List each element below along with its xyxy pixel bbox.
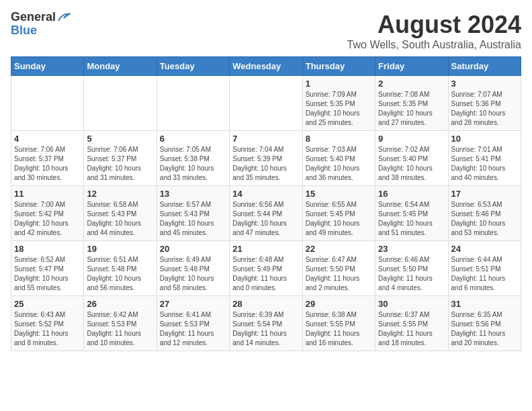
day-number: 9	[378, 134, 445, 144]
calendar-table: SundayMondayTuesdayWednesdayThursdayFrid…	[11, 56, 521, 351]
day-info: Sunrise: 6:55 AM Sunset: 5:45 PM Dayligh…	[306, 200, 372, 238]
day-number: 24	[451, 244, 518, 254]
calendar-cell: 23Sunrise: 6:46 AM Sunset: 5:50 PM Dayli…	[375, 241, 448, 296]
day-number: 15	[306, 189, 372, 199]
calendar-week-row: 18Sunrise: 6:52 AM Sunset: 5:47 PM Dayli…	[11, 241, 521, 296]
day-info: Sunrise: 6:47 AM Sunset: 5:50 PM Dayligh…	[306, 255, 372, 293]
calendar-cell: 17Sunrise: 6:53 AM Sunset: 5:46 PM Dayli…	[448, 186, 521, 241]
calendar-cell: 27Sunrise: 6:41 AM Sunset: 5:53 PM Dayli…	[157, 296, 229, 351]
calendar-cell: 21Sunrise: 6:48 AM Sunset: 5:49 PM Dayli…	[230, 241, 302, 296]
day-number: 3	[451, 79, 518, 89]
calendar-cell: 1Sunrise: 7:09 AM Sunset: 5:35 PM Daylig…	[302, 76, 375, 131]
calendar-cell: 22Sunrise: 6:47 AM Sunset: 5:50 PM Dayli…	[302, 241, 375, 296]
calendar-cell: 11Sunrise: 7:00 AM Sunset: 5:42 PM Dayli…	[11, 186, 84, 241]
day-info: Sunrise: 6:39 AM Sunset: 5:54 PM Dayligh…	[232, 310, 299, 348]
weekday-header-monday: Monday	[84, 57, 157, 76]
day-info: Sunrise: 6:52 AM Sunset: 5:47 PM Dayligh…	[14, 255, 81, 293]
calendar-cell: 24Sunrise: 6:44 AM Sunset: 5:51 PM Dayli…	[448, 241, 521, 296]
calendar-cell: 6Sunrise: 7:05 AM Sunset: 5:38 PM Daylig…	[157, 131, 229, 186]
day-info: Sunrise: 6:35 AM Sunset: 5:56 PM Dayligh…	[451, 310, 518, 348]
calendar-week-row: 25Sunrise: 6:43 AM Sunset: 5:52 PM Dayli…	[11, 296, 521, 351]
calendar-cell	[230, 76, 302, 131]
day-number: 19	[87, 244, 153, 254]
day-number: 28	[232, 299, 299, 309]
month-year-title: August 2024	[347, 11, 521, 39]
day-number: 7	[232, 134, 299, 144]
day-number: 4	[14, 134, 81, 144]
day-number: 5	[87, 134, 153, 144]
day-info: Sunrise: 6:42 AM Sunset: 5:53 PM Dayligh…	[87, 310, 153, 348]
day-info: Sunrise: 7:09 AM Sunset: 5:35 PM Dayligh…	[306, 90, 372, 128]
day-info: Sunrise: 7:06 AM Sunset: 5:37 PM Dayligh…	[14, 145, 81, 183]
day-number: 14	[232, 189, 299, 199]
calendar-cell: 9Sunrise: 7:02 AM Sunset: 5:40 PM Daylig…	[375, 131, 448, 186]
weekday-header-saturday: Saturday	[448, 57, 521, 76]
calendar-cell: 15Sunrise: 6:55 AM Sunset: 5:45 PM Dayli…	[302, 186, 375, 241]
day-info: Sunrise: 6:51 AM Sunset: 5:48 PM Dayligh…	[87, 255, 153, 293]
weekday-header-wednesday: Wednesday	[230, 57, 302, 76]
calendar-cell: 10Sunrise: 7:01 AM Sunset: 5:41 PM Dayli…	[448, 131, 521, 186]
weekday-header-sunday: Sunday	[11, 57, 84, 76]
calendar-cell: 7Sunrise: 7:04 AM Sunset: 5:39 PM Daylig…	[230, 131, 302, 186]
calendar-cell: 8Sunrise: 7:03 AM Sunset: 5:40 PM Daylig…	[302, 131, 375, 186]
day-number: 27	[160, 299, 226, 309]
day-info: Sunrise: 6:46 AM Sunset: 5:50 PM Dayligh…	[378, 255, 445, 293]
calendar-cell: 19Sunrise: 6:51 AM Sunset: 5:48 PM Dayli…	[84, 241, 157, 296]
calendar-cell: 30Sunrise: 6:37 AM Sunset: 5:55 PM Dayli…	[375, 296, 448, 351]
logo-blue-text: Blue	[11, 24, 37, 38]
calendar-week-row: 4Sunrise: 7:06 AM Sunset: 5:37 PM Daylig…	[11, 131, 521, 186]
calendar-cell: 31Sunrise: 6:35 AM Sunset: 5:56 PM Dayli…	[448, 296, 521, 351]
calendar-cell: 3Sunrise: 7:07 AM Sunset: 5:36 PM Daylig…	[448, 76, 521, 131]
day-info: Sunrise: 7:06 AM Sunset: 5:37 PM Dayligh…	[87, 145, 153, 183]
calendar-cell: 25Sunrise: 6:43 AM Sunset: 5:52 PM Dayli…	[11, 296, 84, 351]
day-number: 20	[160, 244, 226, 254]
calendar-cell	[84, 76, 157, 131]
day-info: Sunrise: 6:53 AM Sunset: 5:46 PM Dayligh…	[451, 200, 518, 238]
day-info: Sunrise: 7:05 AM Sunset: 5:38 PM Dayligh…	[160, 145, 226, 183]
weekday-header-row: SundayMondayTuesdayWednesdayThursdayFrid…	[11, 57, 521, 76]
day-number: 23	[378, 244, 445, 254]
calendar-cell	[11, 76, 84, 131]
calendar-cell: 26Sunrise: 6:42 AM Sunset: 5:53 PM Dayli…	[84, 296, 157, 351]
day-number: 16	[378, 189, 445, 199]
day-info: Sunrise: 6:37 AM Sunset: 5:55 PM Dayligh…	[378, 310, 445, 348]
calendar-cell: 5Sunrise: 7:06 AM Sunset: 5:37 PM Daylig…	[84, 131, 157, 186]
day-info: Sunrise: 6:43 AM Sunset: 5:52 PM Dayligh…	[14, 310, 81, 348]
day-info: Sunrise: 6:48 AM Sunset: 5:49 PM Dayligh…	[232, 255, 299, 293]
day-info: Sunrise: 7:08 AM Sunset: 5:35 PM Dayligh…	[378, 90, 445, 128]
calendar-cell: 4Sunrise: 7:06 AM Sunset: 5:37 PM Daylig…	[11, 131, 84, 186]
day-number: 29	[306, 299, 372, 309]
day-number: 2	[378, 79, 445, 89]
day-number: 13	[160, 189, 226, 199]
calendar-cell: 29Sunrise: 6:38 AM Sunset: 5:55 PM Dayli…	[302, 296, 375, 351]
day-number: 31	[451, 299, 518, 309]
day-info: Sunrise: 7:03 AM Sunset: 5:40 PM Dayligh…	[306, 145, 372, 183]
weekday-header-tuesday: Tuesday	[157, 57, 229, 76]
calendar-cell: 18Sunrise: 6:52 AM Sunset: 5:47 PM Dayli…	[11, 241, 84, 296]
calendar-cell: 2Sunrise: 7:08 AM Sunset: 5:35 PM Daylig…	[375, 76, 448, 131]
day-number: 17	[451, 189, 518, 199]
day-info: Sunrise: 7:02 AM Sunset: 5:40 PM Dayligh…	[378, 145, 445, 183]
day-number: 18	[14, 244, 81, 254]
logo-general-text: General	[11, 11, 56, 24]
day-info: Sunrise: 7:04 AM Sunset: 5:39 PM Dayligh…	[232, 145, 299, 183]
day-number: 10	[451, 134, 518, 144]
day-number: 22	[306, 244, 372, 254]
weekday-header-friday: Friday	[375, 57, 448, 76]
day-info: Sunrise: 6:44 AM Sunset: 5:51 PM Dayligh…	[451, 255, 518, 293]
day-info: Sunrise: 6:41 AM Sunset: 5:53 PM Dayligh…	[160, 310, 226, 348]
day-info: Sunrise: 7:01 AM Sunset: 5:41 PM Dayligh…	[451, 145, 518, 183]
location-subtitle: Two Wells, South Australia, Australia	[347, 39, 521, 51]
day-number: 26	[87, 299, 153, 309]
day-info: Sunrise: 6:58 AM Sunset: 5:43 PM Dayligh…	[87, 200, 153, 238]
calendar-cell	[157, 76, 229, 131]
day-number: 6	[160, 134, 226, 144]
title-area: August 2024 Two Wells, South Australia, …	[347, 11, 521, 51]
calendar-cell: 20Sunrise: 6:49 AM Sunset: 5:48 PM Dayli…	[157, 241, 229, 296]
calendar-week-row: 1Sunrise: 7:09 AM Sunset: 5:35 PM Daylig…	[11, 76, 521, 131]
day-number: 8	[306, 134, 372, 144]
calendar-cell: 14Sunrise: 6:56 AM Sunset: 5:44 PM Dayli…	[230, 186, 302, 241]
day-number: 30	[378, 299, 445, 309]
calendar-week-row: 11Sunrise: 7:00 AM Sunset: 5:42 PM Dayli…	[11, 186, 521, 241]
day-info: Sunrise: 7:07 AM Sunset: 5:36 PM Dayligh…	[451, 90, 518, 128]
